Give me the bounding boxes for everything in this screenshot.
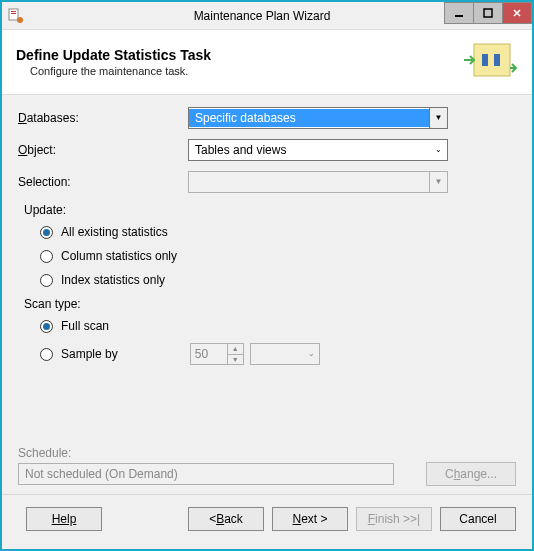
- help-button[interactable]: Help: [26, 507, 102, 531]
- object-value: Tables and views: [189, 141, 429, 159]
- titlebar: Maintenance Plan Wizard: [2, 2, 532, 30]
- radio-icon: [40, 274, 53, 287]
- finish-button: Finish >>|: [356, 507, 432, 531]
- window-controls: [445, 2, 532, 24]
- chevron-down-icon: ⌄: [429, 140, 447, 160]
- radio-label: All existing statistics: [61, 225, 168, 239]
- svg-rect-2: [11, 13, 16, 14]
- svg-rect-7: [482, 54, 488, 66]
- radio-index-only[interactable]: Index statistics only: [40, 273, 516, 287]
- selection-value: [189, 180, 429, 184]
- databases-label: Databases:: [18, 111, 188, 125]
- header-graphic-icon: [462, 40, 518, 84]
- radio-icon: [40, 250, 53, 263]
- change-schedule-button: Change...: [426, 462, 516, 486]
- svg-rect-1: [11, 11, 16, 12]
- svg-point-3: [17, 17, 23, 23]
- object-label: Object:: [18, 143, 188, 157]
- spin-down-icon: ▼: [228, 355, 243, 365]
- schedule-label: Schedule:: [18, 446, 516, 460]
- svg-rect-4: [455, 15, 463, 17]
- chevron-down-icon: ▼: [429, 108, 447, 128]
- minimize-button[interactable]: [444, 2, 474, 24]
- radio-icon: [40, 226, 53, 239]
- svg-rect-8: [494, 54, 500, 66]
- schedule-value: Not scheduled (On Demand): [18, 463, 394, 485]
- close-button[interactable]: [502, 2, 532, 24]
- content-area: Databases: Specific databases ▼ Object: …: [2, 95, 532, 494]
- wizard-window: Maintenance Plan Wizard Define Update St…: [0, 0, 534, 551]
- back-button[interactable]: < Back: [188, 507, 264, 531]
- scan-group-label: Scan type:: [24, 297, 516, 311]
- radio-label: Full scan: [61, 319, 109, 333]
- update-group-label: Update:: [24, 203, 516, 217]
- object-dropdown[interactable]: Tables and views ⌄: [188, 139, 448, 161]
- radio-label: Column statistics only: [61, 249, 177, 263]
- svg-rect-0: [9, 9, 18, 20]
- radio-all-existing[interactable]: All existing statistics: [40, 225, 516, 239]
- footer: Help < Back Next > Finish >>| Cancel: [2, 494, 532, 549]
- page-title: Define Update Statistics Task: [16, 47, 211, 63]
- radio-full-scan[interactable]: Full scan: [40, 319, 516, 333]
- svg-rect-5: [484, 9, 492, 17]
- radio-label: Index statistics only: [61, 273, 165, 287]
- radio-sample-by[interactable]: Sample by ▲ ▼ ⌄: [40, 343, 516, 365]
- databases-value: Specific databases: [189, 109, 429, 127]
- cancel-button[interactable]: Cancel: [440, 507, 516, 531]
- sample-unit-dropdown: ⌄: [250, 343, 320, 365]
- maximize-button[interactable]: [473, 2, 503, 24]
- databases-dropdown[interactable]: Specific databases ▼: [188, 107, 448, 129]
- radio-icon: [40, 320, 53, 333]
- sample-spinner: ▲ ▼: [190, 343, 244, 365]
- next-button[interactable]: Next >: [272, 507, 348, 531]
- app-icon: [8, 8, 24, 24]
- header-pane: Define Update Statistics Task Configure …: [2, 30, 532, 95]
- selection-label: Selection:: [18, 175, 188, 189]
- spin-up-icon: ▲: [228, 344, 243, 355]
- svg-rect-6: [474, 44, 510, 76]
- page-subtitle: Configure the maintenance task.: [30, 65, 211, 77]
- selection-dropdown: ▼: [188, 171, 448, 193]
- radio-column-only[interactable]: Column statistics only: [40, 249, 516, 263]
- sample-value-input: [191, 344, 227, 364]
- radio-label: Sample by: [61, 347, 118, 361]
- chevron-down-icon: ▼: [429, 172, 447, 192]
- radio-icon: [40, 348, 53, 361]
